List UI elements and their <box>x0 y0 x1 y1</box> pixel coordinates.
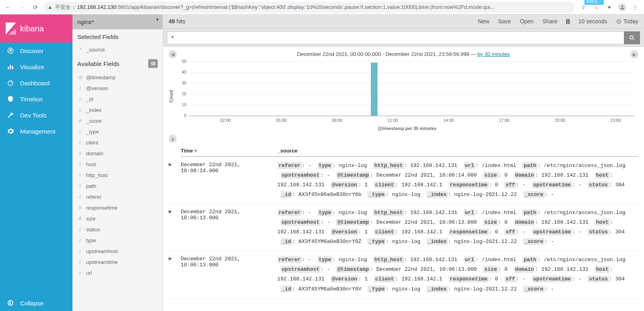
field-domain[interactable]: tdomain <box>72 148 163 159</box>
nav-dev-tools[interactable]: Dev Tools <box>0 107 72 123</box>
expand-row[interactable]: ▶ <box>169 255 181 294</box>
field-name: client <box>86 140 98 146</box>
collapse-nav[interactable]: Collapse <box>0 295 72 311</box>
field-size[interactable]: #size <box>72 213 163 224</box>
field-type[interactable]: t_type <box>72 126 163 137</box>
field-key: upstreamhost <box>281 266 321 273</box>
field-upstreamtime[interactable]: tupstreamtime <box>72 257 163 268</box>
field-key: _score <box>523 238 545 245</box>
field-key: _index <box>427 238 448 245</box>
search-button[interactable] <box>624 31 640 44</box>
field-key: path <box>522 162 537 169</box>
forward-button[interactable]: → <box>16 2 27 13</box>
main-content: 49 hits New Save Open Share 10 seconds T… <box>163 14 644 311</box>
field-timestamp[interactable]: @timestamp <box>72 72 163 83</box>
field-key: referer <box>277 162 302 169</box>
open-button[interactable]: Open <box>520 18 533 25</box>
row-source: referer: - type: nginx-log http_host: 19… <box>277 255 638 294</box>
histogram-next[interactable]: ▶ <box>630 50 638 58</box>
field-key: client <box>374 181 395 188</box>
row-source: referer: - type: nginx-log http_host: 19… <box>277 161 638 200</box>
time-picker[interactable]: Today <box>616 18 638 25</box>
field-key: @timestamp <box>336 172 370 179</box>
nav-management[interactable]: Management <box>0 123 72 139</box>
chart-ylabel: Count <box>169 60 173 133</box>
field-upstreamhost[interactable]: tupstreamhost <box>72 246 163 257</box>
kibana-logo[interactable]: kibana <box>0 14 72 43</box>
nav-label: Dev Tools <box>20 112 47 119</box>
field-key: type <box>318 209 332 216</box>
col-header-time[interactable]: Time ▾ <box>181 148 277 154</box>
back-button[interactable]: ← <box>2 2 14 13</box>
svg-text:11:00: 11:00 <box>388 118 398 123</box>
field-name: url <box>86 270 92 276</box>
col-header-source[interactable]: _source <box>277 148 297 154</box>
field-httphost[interactable]: thttp_host <box>72 170 163 181</box>
refresh-interval[interactable]: 10 seconds <box>578 18 607 25</box>
field-url[interactable]: turl <box>72 268 163 278</box>
interval-link[interactable]: by 30 minutes <box>477 51 510 57</box>
table-row: ▶December 22nd 2021, 10:06:13.000referer… <box>169 204 638 251</box>
doc-table-header: Time ▾ _source <box>181 145 638 157</box>
field-referer[interactable]: treferer <box>72 192 163 202</box>
field-type-icon: t <box>77 183 83 189</box>
share-button[interactable]: Share <box>543 18 557 25</box>
field-key: http_host <box>373 162 404 169</box>
nav-dashboard[interactable]: Dashboard <box>0 75 72 91</box>
field-key: upstreamtime <box>532 229 572 235</box>
search-input[interactable] <box>167 31 624 44</box>
extension-badge[interactable]: 联想迁… <box>584 0 604 5</box>
field-type-icon: ? <box>77 47 83 53</box>
field-key: responsetime <box>449 276 489 282</box>
field-key: _type <box>367 238 386 245</box>
field-responsetime[interactable]: #responsetime <box>72 202 163 213</box>
available-fields-heading: Available Fields <box>72 55 163 72</box>
field-key: client <box>374 229 395 235</box>
field-id[interactable]: t_id <box>72 94 163 105</box>
field-score[interactable]: #_score <box>72 115 163 126</box>
nav-visualize[interactable]: Visualize <box>0 59 72 75</box>
field-name: _source <box>86 47 105 53</box>
reload-button[interactable]: ⟳ <box>30 2 41 13</box>
barchart-icon <box>6 63 14 71</box>
field-version[interactable]: t@version <box>72 83 163 94</box>
histogram-chart[interactable]: Count 0102030405002:0005:0008:0011:0014:… <box>169 60 638 133</box>
field-key: _id <box>281 191 292 198</box>
new-button[interactable]: New <box>478 18 489 25</box>
field-key: responsetime <box>449 229 489 235</box>
menu-icon[interactable]: ⋮ <box>631 3 639 11</box>
expand-row[interactable]: ▶ <box>169 208 181 247</box>
field-name: type <box>86 237 96 243</box>
field-index[interactable]: t_index <box>72 105 163 115</box>
expand-row[interactable]: ▶ <box>169 161 181 200</box>
clock-icon <box>616 19 621 24</box>
pause-button[interactable] <box>566 19 570 24</box>
svg-text:05:00: 05:00 <box>276 118 287 123</box>
save-button[interactable]: Save <box>498 18 511 25</box>
address-bar[interactable]: ▲ 不安全 | 192.168.142.130 :5601/app/kibana… <box>43 2 575 13</box>
svg-text:20:00: 20:00 <box>555 118 565 123</box>
field-type-icon: # <box>77 118 83 124</box>
field-type[interactable]: ttype <box>72 235 163 246</box>
time-range-text: December 22nd 2021, 00:00:00.000 - Decem… <box>297 51 477 57</box>
profile-avatar[interactable] <box>618 3 626 11</box>
field-key: _score <box>523 191 545 198</box>
field-settings-button[interactable] <box>148 59 158 68</box>
field-host[interactable]: thost <box>72 159 163 170</box>
index-pattern-selector[interactable]: nginx* ▾ <box>72 14 163 29</box>
field-path[interactable]: tpath <box>72 181 163 192</box>
field-name: http_host <box>86 172 108 178</box>
field-client[interactable]: tclient <box>72 137 163 148</box>
collapse-histogram[interactable]: ▲ <box>169 135 177 143</box>
field-key: url <box>464 209 475 216</box>
time-range-bar: ◀ December 22nd 2021, 00:00:00.000 - Dec… <box>169 49 638 60</box>
histogram-prev[interactable]: ◀ <box>169 50 177 58</box>
histogram-bar[interactable] <box>371 63 378 116</box>
nav-discover[interactable]: Discover <box>0 43 72 59</box>
field-key: _type <box>367 286 386 292</box>
field-status[interactable]: tstatus <box>72 224 163 235</box>
field-key: upstreamhost <box>281 219 321 226</box>
nav-timelion[interactable]: Timelion <box>0 91 72 107</box>
field-source[interactable]: ?_source <box>72 44 163 55</box>
extensions-icon[interactable]: ✦ <box>605 3 613 11</box>
